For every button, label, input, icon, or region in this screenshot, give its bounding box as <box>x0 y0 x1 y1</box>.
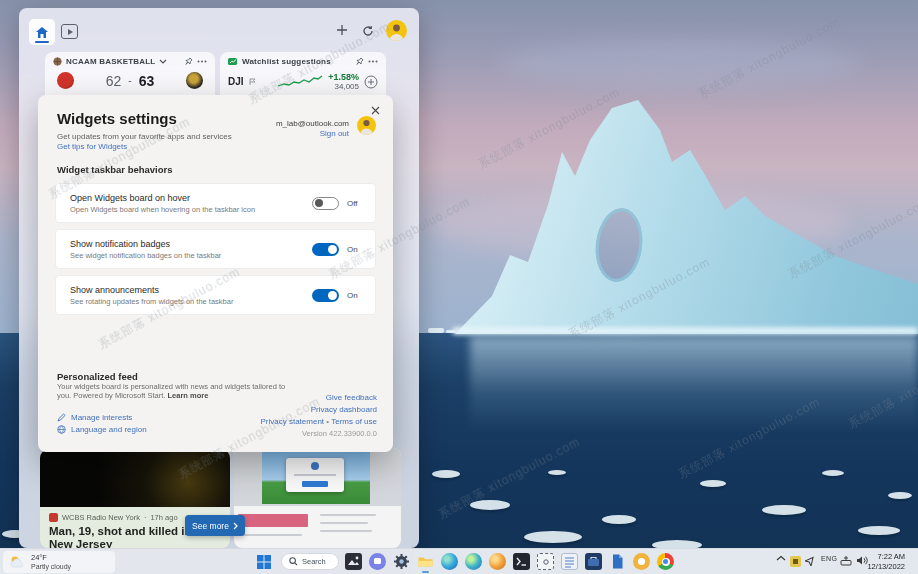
cloud <box>500 40 860 90</box>
distant-ice <box>428 328 444 333</box>
personalized-feed-title: Personalized feed <box>57 371 138 382</box>
sports-widget-title: NCAAM BASKETBALL <box>66 57 155 66</box>
taskbar-app-notepad[interactable] <box>561 553 578 570</box>
search-icon <box>289 557 298 566</box>
stock-flag-icon <box>249 78 257 86</box>
tray-app-icon[interactable] <box>790 556 801 567</box>
taskbar-app-word[interactable] <box>609 553 626 570</box>
widgets-settings-dialog: Widgets settings Get updates from your f… <box>38 95 393 452</box>
notification-badges-toggle[interactable] <box>312 243 339 256</box>
widgets-board-panel: NCAAM BASKETBALL 62 - 63 Watchlist sugge… <box>19 8 419 548</box>
taskbar-app-snipping-tool[interactable] <box>537 553 554 570</box>
privacy-statement-link[interactable]: Privacy statement <box>261 417 325 426</box>
privacy-terms-row: Privacy statement • Terms of use <box>261 417 378 426</box>
plus-icon <box>336 24 348 36</box>
sign-out-link[interactable]: Sign out <box>320 129 349 138</box>
stock-change: +1.58% <box>328 72 359 82</box>
setting-row-announcements: Show announcements See rotating updates … <box>55 275 376 315</box>
open-on-hover-toggle[interactable] <box>312 197 339 210</box>
play-icon <box>68 29 73 35</box>
taskbar-app-toolbox[interactable] <box>585 553 602 570</box>
stock-sparkline <box>277 74 323 89</box>
learn-more-link[interactable]: Learn more <box>167 391 208 400</box>
setting-description: See widget notification badges on the ta… <box>70 251 312 260</box>
more-options-icon[interactable] <box>368 60 378 63</box>
ice-chunk <box>700 480 726 487</box>
chevron-down-icon[interactable] <box>159 59 167 64</box>
touch-keyboard-icon[interactable] <box>840 555 852 566</box>
tray-cursor-icon[interactable] <box>805 555 816 566</box>
score-left: 62 <box>106 73 122 89</box>
pin-icon[interactable] <box>356 57 364 66</box>
watchlist-widget-title: Watchlist suggestions <box>242 57 331 66</box>
profile-avatar[interactable] <box>386 20 407 41</box>
news-source-logo <box>49 513 58 522</box>
clock-date: 12/13/2022 <box>867 562 905 572</box>
windows-logo-icon <box>256 554 272 570</box>
taskbar-app-photos[interactable] <box>345 553 362 570</box>
account-avatar[interactable] <box>357 116 376 135</box>
news-time: 17h ago <box>150 513 177 522</box>
setting-label: Show announcements <box>70 285 312 295</box>
news-source: WCBS Radio New York <box>62 513 140 522</box>
privacy-dashboard-link[interactable]: Privacy dashboard <box>311 405 377 414</box>
clock-time: 7:22 AM <box>867 552 905 562</box>
volume-icon[interactable] <box>856 555 868 566</box>
ice-chunk <box>762 505 806 515</box>
ice-chunk <box>432 470 460 478</box>
see-more-button[interactable]: See more <box>185 515 245 536</box>
language-region-label: Language and region <box>71 425 147 434</box>
announcements-toggle[interactable] <box>312 289 339 302</box>
iceberg-reflection <box>470 336 918 432</box>
chevron-right-icon <box>233 522 238 530</box>
stock-symbol: DJI <box>228 76 244 87</box>
add-widget-button[interactable] <box>333 21 351 39</box>
thumbnail-banner <box>238 514 308 527</box>
start-button[interactable] <box>256 554 272 570</box>
waterline-foam <box>452 327 918 335</box>
taskbar-search-box[interactable]: Search <box>281 553 339 570</box>
hidden-icons-chevron[interactable] <box>776 555 786 562</box>
taskbar-app-terminal[interactable] <box>513 553 530 570</box>
version-text: Version 422.33900.0.0 <box>302 429 377 438</box>
taskbar-app-edge[interactable] <box>441 553 458 570</box>
open-app-indicator <box>422 571 429 573</box>
setting-row-notification-badges: Show notification badges See widget noti… <box>55 229 376 269</box>
language-region-link[interactable]: Language and region <box>57 425 147 434</box>
more-options-icon[interactable] <box>197 60 207 63</box>
taskbar-app-orange[interactable] <box>633 553 650 570</box>
give-feedback-link[interactable]: Give feedback <box>326 393 377 402</box>
toggle-state: On <box>347 245 361 254</box>
taskbar-app-edge-beta[interactable] <box>465 553 482 570</box>
ice-chunk <box>548 470 566 475</box>
taskbar-app-chrome[interactable] <box>657 553 674 570</box>
news-card-2[interactable] <box>234 448 401 548</box>
language-indicator[interactable]: ENG <box>821 555 837 562</box>
widgets-home-button[interactable] <box>29 19 55 45</box>
ice-chunk <box>888 492 912 499</box>
get-tips-link[interactable]: Get tips for Widgets <box>57 142 127 151</box>
ice-chunk <box>470 500 510 510</box>
setting-row-open-on-hover: Open Widgets board on hover Open Widgets… <box>55 183 376 223</box>
manage-interests-link[interactable]: Manage interests <box>57 413 132 422</box>
taskbar-app-settings[interactable] <box>393 553 410 570</box>
see-more-label: See more <box>192 521 229 531</box>
taskbar-weather-widget[interactable]: 24°F Partly cloudy <box>3 551 115 573</box>
taskbar-app-teams[interactable] <box>369 553 386 570</box>
taskbar-app-file-explorer[interactable] <box>417 553 434 570</box>
add-to-watchlist-button[interactable] <box>364 75 378 89</box>
partly-cloudy-icon <box>9 555 26 569</box>
weather-temp: 24°F <box>31 553 71 563</box>
taskbar-app-edge-canary[interactable] <box>489 553 506 570</box>
avatar-person-icon <box>386 20 407 41</box>
language-icon <box>57 425 66 434</box>
account-email: m_lab@outlook.com <box>276 119 349 128</box>
taskbar-clock[interactable]: 7:22 AM 12/13/2022 <box>867 552 905 572</box>
terms-of-use-link[interactable]: Terms of use <box>331 417 377 426</box>
widgets-board-tab-button[interactable] <box>61 24 78 39</box>
manage-interests-label: Manage interests <box>71 413 132 422</box>
pin-icon[interactable] <box>185 57 193 66</box>
setting-description: See rotating updates from widgets on the… <box>70 297 312 306</box>
setting-label: Show notification badges <box>70 239 312 249</box>
refresh-button[interactable] <box>359 22 377 40</box>
